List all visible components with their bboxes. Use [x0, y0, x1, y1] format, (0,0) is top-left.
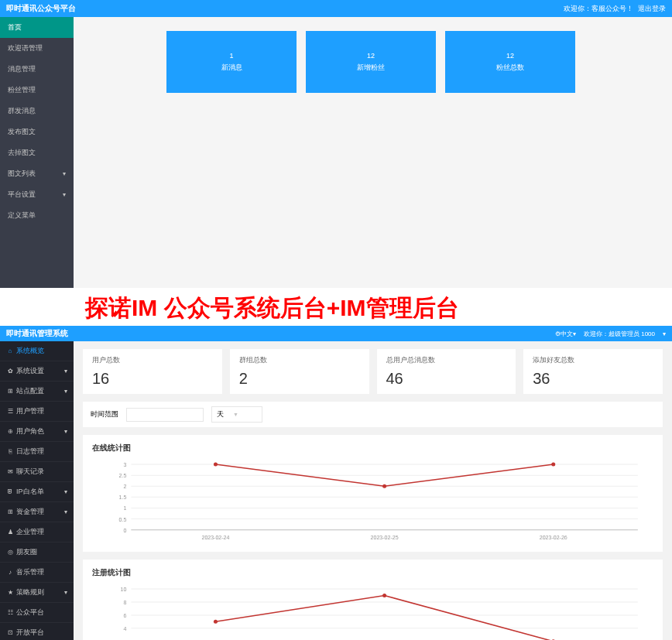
sidebar-item-label: 资金管理 [16, 508, 44, 515]
sidebar-item[interactable]: ♪音乐管理 [0, 563, 74, 583]
sidebar-item-label: 用户管理 [16, 407, 44, 415]
sidebar-item[interactable]: ⛨IP白名单▾ [0, 482, 74, 502]
welcome-text: 欢迎你：客服公众号！ [564, 4, 633, 14]
sidebar-item-label: 开放平台 [16, 628, 44, 636]
dashboard-cards: 1新消息12新增粉丝12粉丝总数 [166, 31, 672, 93]
sidebar-item[interactable]: 首页 [0, 17, 74, 38]
svg-text:3: 3 [123, 462, 126, 467]
combined-title: 探诺IM 公众号系统后台+IM管理后台 [0, 288, 672, 326]
sys2-header-right: ⚙中文▾ 欢迎你：超级管理员 1000 ▾ [555, 330, 666, 338]
sidebar-item[interactable]: ⊕用户角色▾ [0, 422, 74, 442]
sidebar-item-label: 消息管理 [8, 64, 36, 74]
stat-card: 用户总数16 [83, 349, 222, 394]
chevron-down-icon: ▾ [64, 488, 67, 495]
gear-icon: ⚙ [555, 330, 561, 337]
sidebar-item[interactable]: ♟企业管理 [0, 522, 74, 542]
sidebar-item[interactable]: ⊡开放平台 [0, 623, 74, 640]
stat-value: 16 [92, 370, 213, 388]
dashboard-card[interactable]: 1新消息 [166, 31, 297, 93]
dashboard-card[interactable]: 12粉丝总数 [445, 31, 575, 93]
svg-point-15 [214, 463, 218, 467]
sidebar-item-label: 发布图文 [8, 127, 36, 137]
sidebar-item-label: 站点配置 [16, 387, 44, 395]
menu-icon: ⛨ [6, 488, 14, 495]
chevron-down-icon: ▾ [64, 589, 67, 596]
chart-title: 注册统计图 [92, 567, 653, 578]
unit-value: 天 [217, 409, 224, 419]
register-chart: 02468102023-02-242023-02-252023-02-26 [92, 583, 653, 640]
sys2-sidebar: ⌂系统概览✿系统设置▾⊞站点配置▾☰用户管理⊕用户角色▾⎘日志管理✉聊天记录⛨I… [0, 341, 74, 640]
stat-label: 群组总数 [239, 355, 360, 365]
sidebar-item-label: 去掉图文 [8, 148, 36, 158]
chart-title: 在线统计图 [92, 443, 653, 453]
sidebar-item[interactable]: ⊞站点配置▾ [0, 382, 74, 402]
svg-text:10: 10 [121, 587, 127, 592]
svg-text:1.5: 1.5 [119, 495, 127, 500]
date-range-input[interactable] [126, 408, 204, 422]
card-label: 新增粉丝 [357, 63, 385, 73]
sys1-main: 1新消息12新增粉丝12粉丝总数 [74, 17, 672, 288]
sidebar-item[interactable]: ✉聊天记录 [0, 462, 74, 482]
sidebar-item[interactable]: 粉丝管理 [0, 80, 74, 101]
sidebar-item[interactable]: 平台设置▾ [0, 184, 74, 205]
stat-value: 2 [239, 370, 360, 388]
sidebar-item[interactable]: ✿系统设置▾ [0, 361, 74, 382]
menu-icon: ◎ [6, 549, 14, 556]
dashboard-card[interactable]: 12新增粉丝 [306, 31, 436, 93]
svg-text:2023-02-26: 2023-02-26 [540, 535, 567, 540]
card-label: 新消息 [221, 63, 242, 73]
sidebar-item[interactable]: ⌂系统概览 [0, 341, 74, 361]
sidebar-item[interactable]: 欢迎语管理 [0, 38, 74, 59]
menu-icon: ⊕ [6, 428, 14, 435]
sys1-body: 首页欢迎语管理消息管理粉丝管理群发消息发布图文去掉图文图文列表▾平台设置▾定义菜… [0, 17, 672, 288]
menu-icon: ✉ [6, 468, 14, 475]
chevron-down-icon: ▾ [64, 388, 67, 395]
svg-text:4: 4 [123, 626, 126, 631]
menu-icon: ✿ [6, 368, 14, 375]
svg-text:6: 6 [123, 613, 126, 618]
svg-text:2023-02-24: 2023-02-24 [201, 535, 229, 540]
stat-card: 添加好友总数36 [523, 349, 663, 394]
stat-card: 群组总数2 [230, 349, 369, 394]
svg-text:0.5: 0.5 [119, 517, 127, 522]
stat-value: 46 [386, 370, 507, 388]
sidebar-item[interactable]: ⊞资金管理▾ [0, 502, 74, 522]
chevron-down-icon: ▾ [64, 508, 67, 515]
online-chart: 00.511.522.532023-02-242023-02-252023-02… [92, 458, 653, 544]
logout-link[interactable]: 退出登录 [638, 4, 666, 14]
chevron-down-icon: ▾ [573, 330, 576, 337]
sidebar-item-label: 定义菜单 [8, 210, 36, 221]
user-dropdown-caret[interactable]: ▾ [663, 330, 666, 337]
sidebar-item[interactable]: 去掉图文 [0, 142, 74, 163]
stat-row: 用户总数16群组总数2总用户总消息数46添加好友总数36 [83, 349, 663, 394]
filter-label: 时间范围 [91, 409, 118, 419]
filter-bar: 时间范围 天 ▼ [83, 402, 663, 427]
sidebar-item[interactable]: 图文列表▾ [0, 163, 74, 184]
sidebar-item-label: 首页 [8, 22, 22, 33]
svg-point-19 [551, 463, 555, 467]
svg-point-34 [214, 620, 218, 624]
sidebar-item[interactable]: ★策略规则▾ [0, 583, 74, 603]
sys1-header-right: 欢迎你：客服公众号！ 退出登录 [564, 4, 666, 14]
sidebar-item[interactable]: 定义菜单 [0, 205, 74, 226]
card-number: 12 [367, 52, 375, 60]
sidebar-item[interactable]: 消息管理 [0, 59, 74, 80]
sys1-sidebar: 首页欢迎语管理消息管理粉丝管理群发消息发布图文去掉图文图文列表▾平台设置▾定义菜… [0, 17, 74, 288]
menu-icon: ♪ [6, 569, 14, 576]
sidebar-item-label: 公众平台 [16, 608, 44, 616]
svg-text:2.5: 2.5 [119, 473, 127, 478]
welcome-text: 欢迎你：超级管理员 1000 [584, 330, 655, 338]
unit-select[interactable]: 天 ▼ [211, 406, 262, 423]
menu-icon: ⊡ [6, 629, 14, 636]
lang-switch[interactable]: ⚙中文▾ [555, 330, 576, 338]
sidebar-item[interactable]: ◎朋友圈 [0, 542, 74, 563]
sidebar-item[interactable]: ☷公众平台 [0, 603, 74, 623]
menu-icon: ☷ [6, 609, 14, 616]
svg-text:2: 2 [123, 484, 126, 489]
sidebar-item[interactable]: ☰用户管理 [0, 402, 74, 422]
menu-icon: ⊞ [6, 388, 14, 395]
sidebar-item[interactable]: 发布图文 [0, 121, 74, 142]
sidebar-item[interactable]: 群发消息 [0, 101, 74, 121]
sidebar-item[interactable]: ⎘日志管理 [0, 442, 74, 462]
stat-label: 用户总数 [92, 355, 213, 365]
